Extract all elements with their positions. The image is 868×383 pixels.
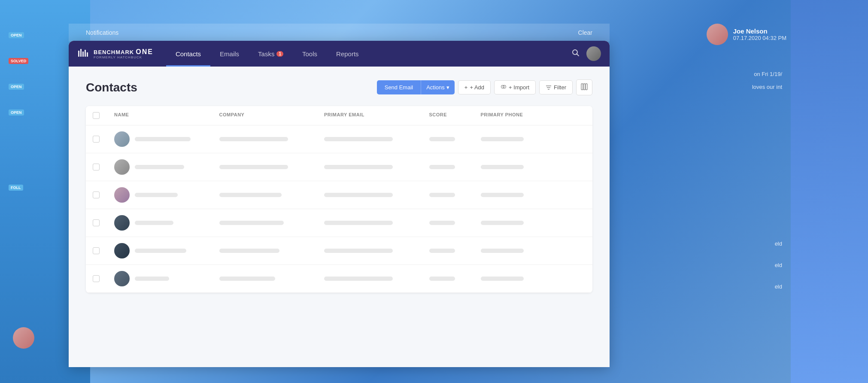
svg-rect-3 [85,50,86,57]
name-skeleton [135,193,178,197]
row-checkbox-cell [93,192,114,198]
top-right-user-details: Joe Nelson 07.17.2020 04:32 PM [733,27,786,41]
row-checkbox[interactable] [93,275,100,282]
filter-icon [546,85,552,91]
col-name: NAME [114,112,219,119]
nav-bar: BENCHMARK ONE FORMERLY HATCHBUCK Contact… [69,41,610,67]
logo-one: ONE [136,49,153,55]
table-row[interactable] [86,237,592,265]
phone-skeleton [481,249,524,253]
nav-item-tools[interactable]: Tools [293,41,327,67]
contact-avatar [114,159,130,175]
table-header: NAME COMPANY PRIMARY EMAIL SCORE PRIMARY… [86,106,592,125]
nav-item-reports[interactable]: Reports [327,41,368,67]
select-all-checkbox[interactable] [93,112,100,119]
user-avatar-nav[interactable] [586,46,601,61]
row-checkbox-cell [93,164,114,170]
company-cell [219,221,325,225]
company-skeleton [219,165,288,169]
table-row[interactable] [86,125,592,153]
contact-avatar [114,243,130,258]
add-icon: + [464,84,468,91]
nav-right [571,46,601,61]
company-cell [219,249,325,253]
row-checkbox-cell [93,136,114,143]
add-label: + Add [470,84,484,91]
score-cell [429,137,481,141]
import-icon [501,85,507,91]
actions-chevron-icon: ▾ [446,84,449,91]
score-cell [429,221,481,225]
score-skeleton [429,193,455,197]
add-button[interactable]: + + Add [458,80,491,94]
company-skeleton [219,137,288,141]
email-cell [324,165,429,169]
filter-button[interactable]: Filter [539,80,573,94]
page-content: Contacts Send Email Actions ▾ + + Add [69,67,610,367]
email-skeleton [324,137,393,141]
nav-label-tasks: Tasks [258,50,274,58]
row-checkbox[interactable] [93,164,100,170]
company-cell [219,193,325,197]
row-name-cell [114,271,219,286]
score-cell [429,249,481,253]
phone-cell [481,221,586,225]
row-checkbox-cell [93,247,114,254]
email-skeleton [324,221,393,225]
tasks-badge: 1 [276,51,283,57]
nav-item-emails[interactable]: Emails [210,41,249,67]
svg-rect-0 [78,51,79,57]
score-cell [429,193,481,197]
nav-label-emails: Emails [220,50,239,58]
send-email-button[interactable]: Send Email [377,80,421,94]
email-skeleton [324,193,393,197]
right-text-2: loves our int [752,84,782,90]
row-checkbox[interactable] [93,247,100,254]
clear-label: Clear [578,29,592,36]
col-primary-phone: PRIMARY PHONE [481,112,586,119]
columns-button[interactable] [576,79,592,95]
nav-label-reports: Reports [336,50,359,58]
company-skeleton [219,221,284,225]
contact-avatar [114,271,130,286]
badge-open-1: OPEN [9,32,24,38]
company-cell [219,165,325,169]
score-skeleton [429,137,455,141]
company-skeleton [219,249,279,253]
import-label: + Import [509,84,529,91]
logo-text: BENCHMARK ONE FORMERLY HATCHBUCK [94,49,153,59]
nav-item-tasks[interactable]: Tasks 1 [249,41,293,67]
col-company: COMPANY [219,112,325,119]
contact-avatar [114,215,130,231]
header-actions: Send Email Actions ▾ + + Add + Import [377,79,592,95]
email-cell [324,249,429,253]
row-checkbox[interactable] [93,136,100,143]
table-row[interactable] [86,181,592,209]
import-button[interactable]: + Import [494,80,536,94]
page-title: Contacts [86,81,137,94]
email-skeleton [324,277,393,281]
row-checkbox[interactable] [93,192,100,198]
notification-bar: Notifications Clear [69,24,610,42]
row-name-cell [114,243,219,258]
actions-button[interactable]: Actions ▾ [421,80,455,94]
phone-cell [481,277,586,281]
table-row[interactable] [86,265,592,293]
name-skeleton [135,165,184,169]
table-row[interactable] [86,209,592,237]
nav-items: Contacts Emails Tasks 1 Tools Reports [166,41,571,67]
search-icon [571,49,580,57]
nav-item-contacts[interactable]: Contacts [166,41,210,67]
phone-cell [481,165,586,169]
svg-rect-1 [80,49,82,57]
row-name-cell [114,159,219,175]
badge-solved: SOLVED [9,58,28,64]
top-right-user-name: Joe Nelson [733,27,786,35]
email-cell [324,221,429,225]
phone-skeleton [481,193,524,197]
row-checkbox[interactable] [93,219,100,226]
row-name-cell [114,131,219,147]
table-row[interactable] [86,153,592,181]
filter-label: Filter [554,84,566,91]
search-button[interactable] [571,49,580,59]
